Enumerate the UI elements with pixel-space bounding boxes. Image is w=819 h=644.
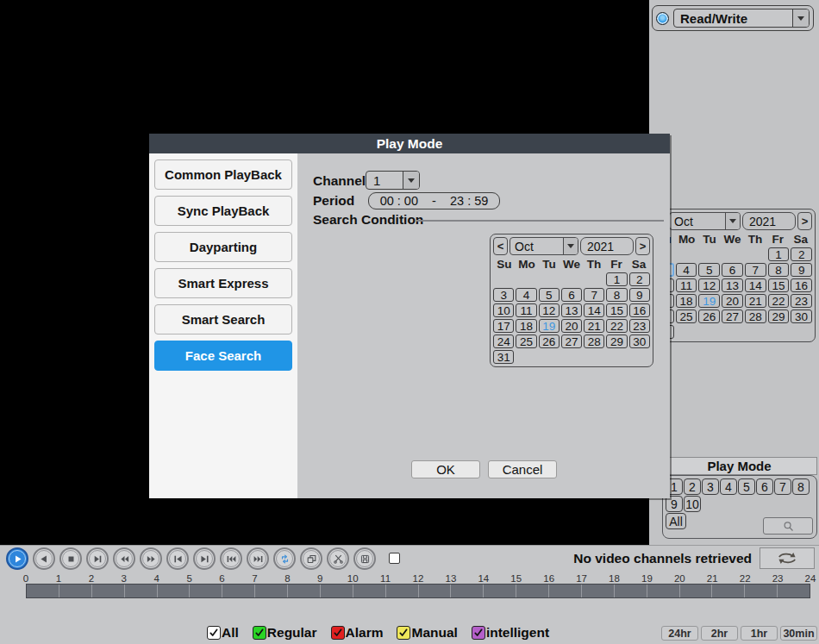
calendar-day[interactable]: 14 [584,303,604,317]
calendar-day[interactable]: 21 [584,319,604,333]
cancel-button[interactable]: Cancel [488,460,557,478]
calendar-day[interactable]: 13 [561,303,582,317]
legend-checkbox[interactable] [397,626,410,640]
calendar-day[interactable]: 25 [676,309,697,323]
calendar-day[interactable]: 26 [698,309,720,323]
period-field[interactable]: 00 : 00 - 23 : 59 [368,192,500,209]
calendar-day[interactable]: 23 [629,319,650,333]
play-mode-panel-header[interactable]: Play Mode [661,457,817,475]
calendar-day[interactable]: 29 [606,335,627,348]
calendar-day[interactable]: 15 [606,303,627,317]
calendar-day[interactable]: 12 [698,278,720,292]
timeline-segment[interactable] [92,585,125,597]
timeline-segment[interactable] [255,585,288,597]
calendar-day[interactable]: 22 [606,319,627,333]
calendar-day[interactable]: 19 [698,294,720,308]
timeline-segment[interactable] [778,585,810,597]
calendar-day[interactable]: 20 [722,294,743,308]
playback-mode-tab[interactable]: Dayparting [154,232,292,262]
timeline-segment[interactable] [190,585,222,597]
multi-window-button[interactable] [300,547,322,570]
calendar-day[interactable]: 26 [539,335,560,348]
calendar-day[interactable]: 29 [768,309,790,323]
chevron-down-icon[interactable] [403,172,419,189]
month-dropdown[interactable]: Oct [510,237,578,255]
stop-button[interactable] [59,547,82,570]
calendar-day[interactable]: 25 [516,335,536,348]
calendar-day[interactable]: 10 [493,303,514,317]
timeline-bar[interactable] [26,584,810,598]
playback-mode-tab[interactable]: Common PlayBack [154,159,292,190]
time-range-button[interactable]: 2hr [701,626,738,641]
timeline-segment[interactable] [582,585,615,597]
calendar-day[interactable]: 7 [584,288,604,302]
next-month-button[interactable]: > [635,237,650,255]
time-range-button[interactable]: 1hr [741,626,778,641]
timeline-segment[interactable] [27,585,59,597]
calendar-day[interactable]: 9 [791,263,812,277]
timeline-segment[interactable] [647,585,680,597]
frame-step-button[interactable] [86,547,109,570]
chevron-down-icon[interactable] [792,9,809,27]
channel-button[interactable]: 10 [684,496,701,512]
calendar-day[interactable]: 21 [745,294,766,308]
calendar-day[interactable]: 14 [745,278,766,292]
channel-button[interactable]: 3 [702,478,719,495]
calendar-day[interactable]: 1 [606,272,627,286]
timeline-segment[interactable] [321,585,353,597]
loop-button[interactable] [273,547,296,570]
time-range-button[interactable]: 30min [780,626,817,641]
channel-button[interactable]: 8 [792,478,810,495]
next-frame-button[interactable] [193,547,216,570]
channel-button[interactable]: 4 [720,478,737,495]
all-channels-button[interactable]: All [666,513,686,529]
read-write-radio[interactable] [656,12,669,25]
save-button[interactable] [353,547,376,570]
channel-button[interactable]: 5 [738,478,755,495]
calendar-day[interactable]: 13 [722,278,743,292]
calendar-day[interactable]: 9 [629,288,650,302]
timeline-segment[interactable] [680,585,713,597]
playback-mode-tab[interactable]: Smart Express [154,268,292,298]
calendar-day[interactable]: 28 [745,309,766,323]
read-write-dropdown[interactable]: Read/Write [673,9,810,28]
calendar-day[interactable]: 24 [493,335,514,348]
calendar-day[interactable]: 6 [722,263,743,277]
calendar-day[interactable]: 11 [516,303,536,317]
playback-mode-tab[interactable]: Sync PlayBack [154,196,292,226]
channel-button[interactable]: 2 [684,478,701,495]
month-dropdown[interactable]: Oct [669,212,741,230]
timeline-segment[interactable] [549,585,582,597]
chevron-down-icon[interactable] [725,213,740,229]
calendar-day[interactable]: 5 [539,288,560,302]
calendar-day[interactable]: 7 [745,263,766,277]
calendar-day[interactable]: 16 [791,278,812,292]
calendar-day[interactable]: 27 [561,335,582,348]
timeline-segment[interactable] [288,585,321,597]
channel-button[interactable]: 6 [756,478,773,495]
calendar-day[interactable]: 2 [629,272,650,286]
timeline-segment[interactable] [158,585,191,597]
next-month-button[interactable]: > [797,212,812,230]
year-field[interactable]: 2021 [580,237,634,255]
timeline-segment[interactable] [353,585,386,597]
clip-button[interactable] [327,547,349,570]
reverse-play-button[interactable] [33,547,55,570]
calendar-day[interactable]: 27 [722,309,743,323]
calendar-day[interactable]: 19 [539,319,560,333]
timeline-segment[interactable] [451,585,484,597]
skip-end-button[interactable] [247,547,269,570]
calendar-day[interactable]: 22 [768,294,790,308]
transport-checkbox[interactable] [389,553,400,564]
calendar-day[interactable]: 31 [493,350,514,364]
calendar-day[interactable]: 20 [561,319,582,333]
timeline-segment[interactable] [125,585,158,597]
timeline-segment[interactable] [615,585,647,597]
calendar-day[interactable]: 18 [516,319,536,333]
calendar-day[interactable]: 2 [791,247,812,261]
calendar-day[interactable]: 28 [584,335,604,348]
calendar-day[interactable]: 12 [539,303,560,317]
calendar-day[interactable]: 8 [606,288,627,302]
calendar-day[interactable]: 17 [493,319,514,333]
ok-button[interactable]: OK [411,460,480,478]
